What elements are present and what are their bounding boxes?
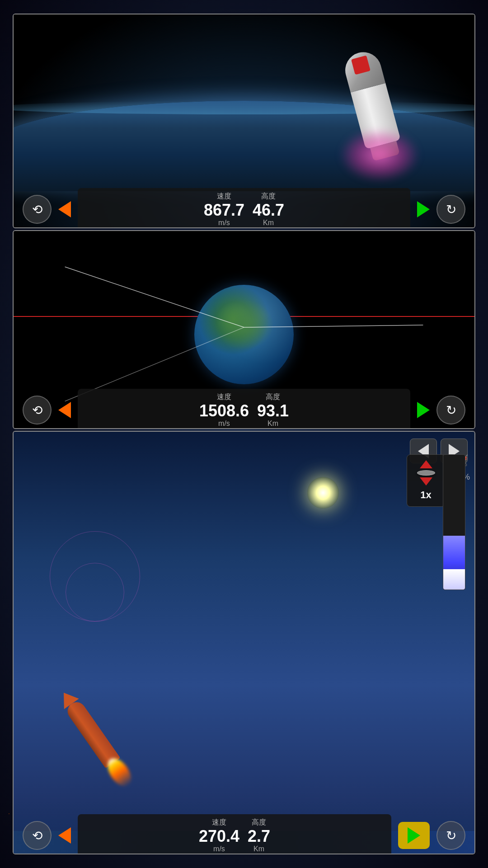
p3-throttle-disk	[417, 470, 435, 476]
p1-rewind-button[interactable]: ⟲	[23, 195, 52, 224]
p3-fuel-bar	[443, 454, 465, 590]
p1-altitude-unit: Km	[253, 219, 284, 227]
p3-launch-indicator	[398, 822, 430, 849]
p3-stats-box: 速度 270.4 m/s 高度 2.7 Km	[78, 814, 391, 854]
p1-controls: ⟲ 速度 867.7 m/s 高度 46.7 Km ↻	[14, 191, 474, 227]
p3-launch-arrow-icon	[408, 827, 420, 844]
p3-altitude-label: 高度	[248, 818, 270, 827]
p1-speed-label: 速度	[204, 192, 244, 201]
p3-throttle-up-icon[interactable]	[420, 460, 432, 468]
p1-speed-unit: m/s	[204, 219, 244, 227]
p2-altitude-stat: 高度 93.1 Km	[257, 392, 289, 428]
p3-throttle-box: 1x	[407, 454, 445, 507]
p2-forward-button[interactable]: ↻	[436, 396, 465, 425]
p1-altitude-value: 46.7	[253, 201, 284, 219]
p3-rewind-icon: ⟲	[32, 828, 42, 843]
svg-line-1	[244, 325, 423, 327]
p3-arrow-left-icon	[58, 827, 71, 844]
p3-right-controls: 1x ⛽ 40%	[407, 454, 470, 608]
main-container: ⟲ 速度 867.7 m/s 高度 46.7 Km ↻	[13, 14, 475, 854]
p2-rewind-icon: ⟲	[32, 403, 42, 418]
p2-altitude-unit: Km	[257, 420, 289, 428]
p1-altitude-label: 高度	[253, 192, 284, 201]
p1-arrow-right-icon	[417, 201, 430, 217]
p3-altitude-stat: 高度 2.7 Km	[248, 818, 270, 854]
p1-forward-button[interactable]: ↻	[436, 195, 465, 224]
p1-speed-stat: 速度 867.7 m/s	[204, 192, 244, 227]
p2-forward-icon: ↻	[446, 403, 456, 418]
p2-controls: ⟲ 速度 1508.6 m/s 高度 93.1 Km ↻	[14, 392, 474, 428]
panel-2: ⟲ 速度 1508.6 m/s 高度 93.1 Km ↻	[13, 230, 475, 429]
p1-stats-box: 速度 867.7 m/s 高度 46.7 Km	[78, 188, 410, 228]
p2-rewind-button[interactable]: ⟲	[23, 396, 52, 425]
p3-sun	[307, 477, 339, 509]
p1-speed-value: 867.7	[204, 201, 244, 219]
p3-throttle-control: 1x	[407, 454, 445, 507]
p2-stats-box: 速度 1508.6 m/s 高度 93.1 Km	[78, 389, 410, 429]
svg-line-0	[65, 267, 244, 327]
p2-speed-value: 1508.6	[199, 402, 249, 420]
p3-altitude-value: 2.7	[248, 827, 270, 845]
p3-forward-button[interactable]: ↻	[436, 821, 465, 850]
p3-throttle-value: 1x	[420, 489, 431, 500]
p2-speed-unit: m/s	[199, 420, 249, 428]
p2-altitude-value: 93.1	[257, 402, 289, 420]
p3-throttle-down-icon[interactable]	[420, 477, 432, 486]
p2-arrow-left-icon	[58, 402, 71, 418]
p2-speed-stat: 速度 1508.6 m/s	[199, 392, 249, 428]
p3-speed-unit: m/s	[199, 845, 239, 853]
p3-throttle-arrows	[413, 460, 439, 486]
p3-speed-label: 速度	[199, 818, 239, 827]
p3-rewind-button[interactable]: ⟲	[23, 821, 52, 850]
panel-1: ⟲ 速度 867.7 m/s 高度 46.7 Km ↻	[13, 14, 475, 228]
p2-speed-label: 速度	[199, 392, 249, 402]
p2-altitude-label: 高度	[257, 392, 289, 402]
p3-fuel-fill-light	[443, 569, 465, 590]
p3-speed-stat: 速度 270.4 m/s	[199, 818, 239, 854]
p1-rewind-icon: ⟲	[32, 202, 42, 217]
p3-speed-value: 270.4	[199, 827, 239, 845]
p2-arrow-right-icon	[417, 402, 430, 418]
p3-ring-small	[66, 563, 124, 622]
p1-forward-icon: ↻	[446, 202, 456, 217]
p3-controls: ⟲ 速度 270.4 m/s 高度 2.7 Km ↻	[14, 817, 474, 854]
p3-forward-icon: ↻	[446, 828, 456, 843]
p3-altitude-unit: Km	[248, 845, 270, 853]
panel-3: 1x ⛽ 40% ⟲ 速度 270.4	[13, 431, 475, 854]
p1-arrow-left-icon	[58, 201, 71, 217]
p3-background	[14, 432, 474, 854]
p1-thrust-glow	[339, 128, 420, 182]
p1-altitude-stat: 高度 46.7 Km	[253, 192, 284, 227]
